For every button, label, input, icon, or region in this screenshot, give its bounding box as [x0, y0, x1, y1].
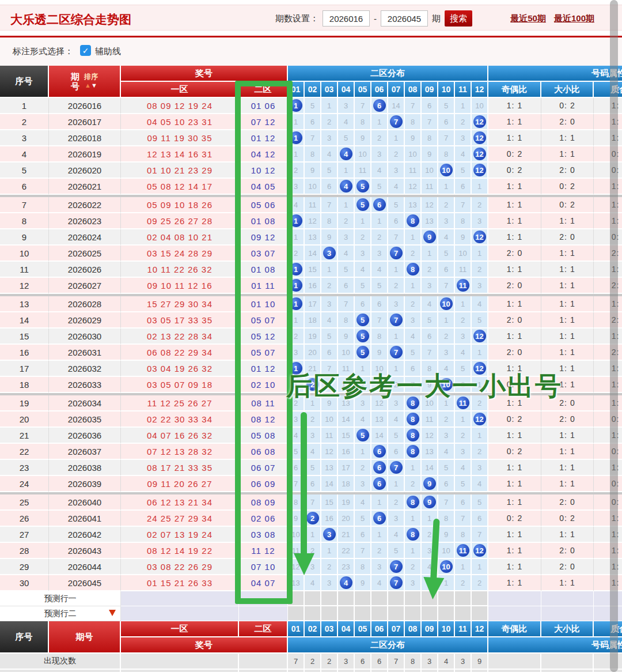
pred-dist-cell[interactable]	[388, 606, 405, 621]
sort-control[interactable]: 排序 ▲▼	[84, 73, 98, 89]
header-odd-even: 奇偶比	[488, 82, 541, 98]
zone2-cell: 05 08	[239, 428, 288, 444]
pred-dist-cell[interactable]	[422, 606, 438, 621]
pred-dist-cell[interactable]	[288, 606, 305, 621]
pred-dist-cell[interactable]	[371, 591, 388, 606]
dist-cell: 7	[371, 312, 388, 329]
period-cell: 2026023	[49, 213, 121, 229]
pred-dist-cell[interactable]	[355, 591, 371, 606]
table-row: 3202601809 11 19 30 3501 121735921987312…	[0, 130, 622, 146]
pred-dist-cell[interactable]	[472, 606, 488, 621]
dist-cell: 16	[338, 444, 355, 460]
dist-cell: 21	[338, 527, 355, 543]
prediction-label[interactable]: 预测行二	[0, 606, 121, 621]
summary-value-cell: 6	[371, 654, 388, 670]
dist-cell: 2	[288, 163, 305, 179]
dist-cell: 2	[388, 278, 405, 294]
recent-50-link[interactable]: 最近50期	[510, 13, 546, 24]
dist-cell: 1	[371, 494, 388, 511]
pred-zone2-cell	[239, 606, 288, 621]
dist-cell: 1	[438, 312, 455, 329]
dist-cell: 3	[305, 428, 321, 444]
dist-cell: 7	[438, 494, 455, 511]
seq-cell: 24	[0, 476, 49, 492]
ratio-cell: 1: 1	[488, 543, 541, 559]
summary-zone1-cell	[121, 670, 239, 672]
period-to-input[interactable]	[381, 10, 428, 27]
dist-cell: 3	[455, 444, 472, 460]
pred-dist-cell[interactable]	[422, 591, 438, 606]
header-num-03: 03	[321, 621, 338, 637]
header-num-08: 08	[405, 621, 422, 637]
pred-dist-cell[interactable]	[338, 591, 355, 606]
vertical-scrollbar[interactable]	[610, 0, 618, 672]
pred-dist-cell[interactable]	[405, 591, 422, 606]
dist-cell: 3	[321, 575, 338, 591]
pred-dist-cell[interactable]	[405, 606, 422, 621]
pred-dist-cell[interactable]	[388, 591, 405, 606]
dist-cell: 12	[472, 411, 488, 428]
prediction-label[interactable]: 预测行一	[0, 591, 121, 606]
dist-cell: 13	[371, 411, 388, 428]
dist-cell: 2	[455, 312, 472, 329]
dist-cell: 9	[355, 130, 371, 146]
table-row: 16202603106 08 22 29 3405 07320610597573…	[0, 345, 622, 361]
pred-dist-cell[interactable]	[438, 591, 455, 606]
header-zone1: 一区	[121, 621, 239, 637]
sort-up-icon[interactable]: ▲	[85, 82, 91, 89]
recent-100-link[interactable]: 最近100期	[554, 13, 594, 24]
period-cell: 2026025	[49, 246, 121, 262]
pred-dist-cell[interactable]	[338, 606, 355, 621]
period-from-input[interactable]	[323, 10, 370, 27]
pred-dist-cell[interactable]	[455, 591, 472, 606]
search-button[interactable]: 搜索	[445, 10, 472, 27]
seq-cell: 3	[0, 130, 49, 146]
period-cell: 2026043	[49, 543, 121, 559]
pred-ratio-cell	[541, 606, 594, 621]
pred-dist-cell[interactable]	[321, 606, 338, 621]
pred-dist-cell[interactable]	[455, 606, 472, 621]
summary-value-cell: 13	[288, 670, 305, 672]
auxiliary-line-checkbox[interactable]: ✓	[80, 45, 91, 56]
pred-dist-cell[interactable]	[305, 591, 321, 606]
pred-dist-cell[interactable]	[438, 606, 455, 621]
dist-cell: 5	[371, 278, 388, 294]
dist-cell: 5	[288, 444, 305, 460]
period-cell: 2026024	[49, 229, 121, 246]
period-cell: 2026030	[49, 329, 121, 345]
ratio-cell: 2: 0	[488, 312, 541, 329]
pred-dist-cell[interactable]	[288, 591, 305, 606]
sort-down-icon[interactable]: ▼	[91, 82, 97, 89]
ratio-cell: 1: 1	[541, 345, 594, 361]
summary-value-cell: 6	[355, 654, 371, 670]
header-num-09: 09	[422, 82, 438, 98]
table-row: 8202602309 25 26 27 2801 081128211681338…	[0, 213, 622, 229]
pred-dist-cell[interactable]	[355, 606, 371, 621]
dist-cell: 5	[405, 345, 422, 361]
dist-cell: 2	[472, 262, 488, 278]
pred-dist-cell[interactable]	[472, 591, 488, 606]
ratio-cell: 1: 1	[488, 179, 541, 195]
dist-cell: 10	[321, 411, 338, 428]
ratio-cell: 1: 1	[541, 246, 594, 262]
pred-dist-cell[interactable]	[305, 606, 321, 621]
dist-cell: 1	[371, 114, 388, 130]
dist-cell: 1	[472, 179, 488, 195]
dist-cell: 9	[455, 229, 472, 246]
pred-dist-cell[interactable]	[321, 591, 338, 606]
dist-cell: 5	[305, 460, 321, 476]
dist-cell: 5	[355, 345, 371, 361]
header-period[interactable]: 期号 排序 ▲▼	[49, 66, 121, 98]
ball: 6	[373, 461, 386, 474]
ratio-cell: 2: 0	[541, 494, 594, 511]
seq-cell: 5	[0, 163, 49, 179]
dist-cell: 6	[371, 511, 388, 527]
summary-value-cell: 11	[455, 670, 472, 672]
dist-cell: 1	[321, 543, 338, 559]
summary-value-cell: 11	[355, 670, 371, 672]
dist-cell: 10	[405, 146, 422, 163]
prediction-row: 预测行二	[0, 606, 622, 621]
pred-dist-cell[interactable]	[371, 606, 388, 621]
pred-ratio-cell	[541, 591, 594, 606]
zone1-cell: 15 27 29 30 34	[121, 296, 239, 312]
